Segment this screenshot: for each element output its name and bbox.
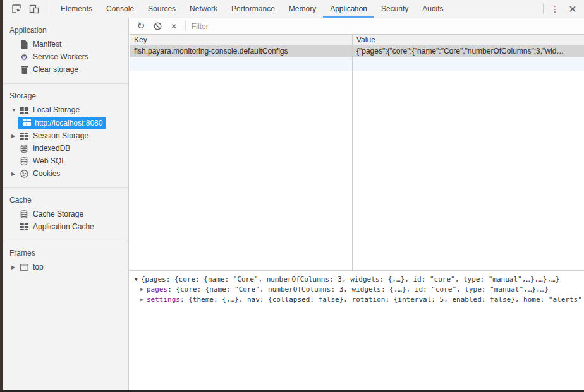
grid-filler [130, 71, 584, 270]
close-icon: ✕ [568, 3, 576, 15]
sidebar-item-label: Manifest [33, 40, 61, 49]
section-label-cache: Cache [3, 192, 128, 208]
database-icon [19, 144, 29, 153]
expander-closed-icon[interactable]: ▶ [140, 285, 147, 295]
property-name: pages [147, 285, 167, 294]
sidebar-item-cache-storage[interactable]: Cache Storage [3, 208, 128, 220]
sidebar-item-label: Local Storage [33, 105, 80, 114]
preview-object-summary: {pages: {core: {name: "Core", numberOfCo… [141, 275, 559, 283]
sidebar-item-label: Cache Storage [33, 210, 83, 218]
application-sidebar: Application Manifest ⚙ Service Workers [3, 18, 129, 390]
sidebar-item-localhost-8080[interactable]: http://localhost:8080 [3, 116, 128, 129]
sidebar-section-cache: Cache Cache Storage [3, 187, 128, 241]
devtools-close-button[interactable]: ✕ [564, 0, 581, 18]
device-toolbar-icon [29, 4, 39, 14]
section-label-frames: Frames [3, 245, 128, 261]
tab-network[interactable]: Network [183, 0, 224, 18]
sidebar-item-clear-storage[interactable]: Clear storage [3, 63, 128, 76]
database-icon [19, 210, 29, 218]
sidebar-item-label: http://localhost:8080 [35, 119, 102, 128]
tab-performance[interactable]: Performance [224, 0, 282, 18]
expander-closed-icon[interactable]: ▶ [11, 133, 19, 139]
kebab-menu-icon: ⋮ [551, 4, 559, 14]
clear-all-button[interactable] [149, 18, 166, 34]
sidebar-section-application: Application Manifest ⚙ Service Workers [3, 18, 128, 83]
inspect-cursor-icon [11, 4, 21, 14]
delete-selected-button[interactable]: ✕ [166, 18, 182, 34]
sidebar-item-web-sql[interactable]: Web SQL [3, 155, 128, 167]
frame-icon [19, 263, 29, 271]
sidebar-section-storage: Storage ▼ Local Storage [3, 83, 128, 187]
sidebar-item-label: top [33, 263, 44, 271]
devtools-tabbar: Elements Console Sources Network Perform… [0, 0, 584, 18]
tab-elements[interactable]: Elements [54, 0, 99, 18]
sidebar-item-application-cache[interactable]: Application Cache [3, 220, 128, 233]
storage-row-defaultconfigs[interactable]: fish.payara.monitoring-console.defaultCo… [130, 45, 584, 57]
preview-pages-line[interactable]: ▶pages: {core: {name: "Core", numberOfCo… [135, 285, 584, 295]
database-icon [19, 157, 29, 165]
tab-console[interactable]: Console [99, 0, 141, 18]
tabbar-right-separator [543, 4, 544, 14]
expander-open-icon[interactable]: ▼ [135, 275, 141, 285]
trash-icon [19, 65, 29, 74]
empty-new-entry-row[interactable] [130, 57, 584, 71]
sidebar-item-local-storage[interactable]: ▼ Local Storage [3, 104, 128, 116]
cookie-icon [19, 169, 29, 178]
sidebar-item-label: Service Workers [33, 52, 88, 61]
sidebar-item-label: Cookies [33, 169, 60, 178]
property-value-summary: : {core: {name: "Core", numberOfColumns:… [167, 285, 549, 294]
gear-icon: ⚙ [19, 52, 29, 61]
expander-closed-icon[interactable]: ▶ [140, 295, 147, 305]
tab-application[interactable]: Application [323, 0, 374, 18]
sidebar-item-manifest[interactable]: Manifest [3, 38, 128, 50]
expander-closed-icon[interactable]: ▶ [11, 171, 19, 177]
sidebar-item-label: Clear storage [33, 65, 78, 74]
toggle-device-toolbar-button[interactable] [25, 0, 43, 18]
x-icon: ✕ [171, 22, 177, 31]
devtools-menu-button[interactable]: ⋮ [546, 0, 564, 18]
sidebar-item-service-workers[interactable]: ⚙ Service Workers [3, 50, 128, 63]
tab-sources[interactable]: Sources [141, 0, 183, 18]
sidebar-item-label: Web SQL [33, 157, 66, 165]
storage-key-cell[interactable]: fish.payara.monitoring-console.defaultCo… [130, 45, 352, 57]
column-header-value[interactable]: Value [352, 35, 584, 45]
preview-settings-line[interactable]: ▶settings: {theme: {,…}, nav: {collapsed… [135, 295, 584, 305]
storage-value-cell[interactable]: {"pages":{"core":{"name":"Core","numberO… [352, 45, 584, 57]
toolbar-separator [185, 21, 186, 31]
devtools-window: Elements Console Sources Network Perform… [0, 0, 584, 392]
section-label-storage: Storage [3, 88, 128, 104]
sidebar-item-top-frame[interactable]: ▶ top [3, 261, 128, 273]
column-resizer[interactable] [352, 34, 353, 271]
tab-audits[interactable]: Audits [415, 0, 450, 18]
window-left-edge [0, 0, 3, 390]
column-header-key[interactable]: Key [130, 35, 352, 45]
document-icon [19, 40, 29, 49]
filter-input[interactable] [189, 21, 379, 32]
table-icon [19, 131, 29, 140]
local-storage-panel: ↻ ✕ Key Value fish.pa [130, 18, 584, 390]
preview-root-line[interactable]: ▼{pages: {core: {name: "Core", numberOfC… [135, 275, 584, 285]
property-name: settings [147, 295, 180, 304]
expander-open-icon[interactable]: ▼ [11, 107, 19, 113]
sidebar-item-label: Application Cache [33, 222, 94, 231]
sidebar-item-session-storage[interactable]: ▶ Session Storage [3, 129, 128, 142]
storage-toolbar: ↻ ✕ [130, 18, 584, 34]
storage-items-grid: Key Value fish.payara.monitoring-console… [130, 34, 584, 270]
sidebar-item-indexeddb[interactable]: IndexedDB [3, 142, 128, 155]
sidebar-item-label: Session Storage [33, 131, 88, 140]
panel-tabs: Elements Console Sources Network Perform… [54, 0, 540, 18]
expander-closed-icon[interactable]: ▶ [11, 264, 19, 270]
tabbar-separator [46, 4, 46, 14]
sidebar-item-label: IndexedDB [33, 144, 70, 153]
tab-memory[interactable]: Memory [282, 0, 323, 18]
inspect-element-button[interactable] [8, 0, 25, 18]
selected-storage-origin: http://localhost:8080 [18, 117, 106, 129]
table-icon [21, 119, 32, 128]
tab-security[interactable]: Security [374, 0, 415, 18]
table-icon [19, 222, 29, 231]
grid-header: Key Value [130, 34, 584, 45]
sidebar-item-cookies[interactable]: ▶ Cookies [3, 167, 128, 180]
sidebar-section-frames: Frames ▶ top [3, 241, 128, 281]
refresh-button[interactable]: ↻ [133, 18, 149, 34]
tabbar-right-controls: ⋮ ✕ [540, 0, 581, 18]
